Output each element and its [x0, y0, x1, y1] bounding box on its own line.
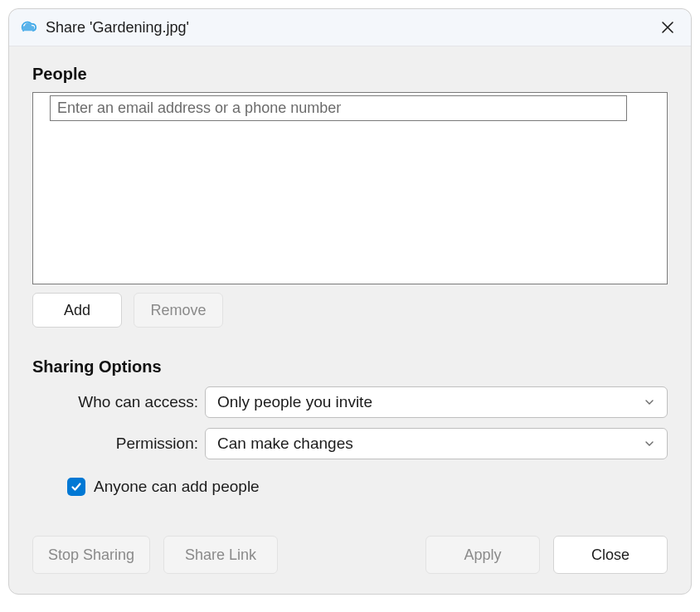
close-button[interactable]: Close [553, 536, 668, 574]
people-section-label: People [32, 65, 668, 84]
close-icon[interactable] [656, 16, 679, 39]
people-scrollbar[interactable] [634, 95, 654, 281]
permission-value: Can make changes [217, 435, 644, 453]
anyone-can-add-checkbox-row[interactable]: Anyone can add people [67, 478, 668, 496]
chevron-down-icon [644, 438, 655, 449]
permission-row: Permission: Can make changes [32, 428, 668, 459]
chevron-down-icon [644, 396, 655, 408]
stop-sharing-button[interactable]: Stop Sharing [32, 536, 150, 574]
who-can-access-value: Only people you invite [217, 393, 644, 411]
people-buttons: Add Remove [32, 293, 668, 328]
who-can-access-label: Who can access: [32, 393, 198, 411]
sharing-options-section: Sharing Options Who can access: Only peo… [32, 357, 668, 496]
apply-button[interactable]: Apply [425, 536, 540, 574]
sharing-options-label: Sharing Options [32, 357, 668, 376]
add-button[interactable]: Add [32, 293, 122, 328]
who-can-access-select[interactable]: Only people you invite [205, 386, 668, 418]
permission-select[interactable]: Can make changes [205, 428, 668, 459]
share-link-button[interactable]: Share Link [163, 536, 278, 574]
permission-label: Permission: [32, 435, 198, 453]
anyone-can-add-label: Anyone can add people [94, 478, 260, 496]
dialog-footer: Stop Sharing Share Link Apply Close [32, 536, 668, 574]
remove-button[interactable]: Remove [134, 293, 223, 328]
who-can-access-row: Who can access: Only people you invite [32, 386, 668, 418]
cloud-icon [19, 18, 37, 36]
dialog-content: People Add Remove Sharing Options Who ca… [9, 46, 691, 594]
people-email-input[interactable] [50, 95, 627, 121]
share-dialog: Share 'Gardening.jpg' People Add Remove … [8, 8, 692, 595]
people-list-box [32, 92, 668, 284]
titlebar: Share 'Gardening.jpg' [9, 9, 691, 46]
anyone-can-add-checkbox[interactable] [67, 478, 85, 496]
window-title: Share 'Gardening.jpg' [46, 19, 656, 36]
